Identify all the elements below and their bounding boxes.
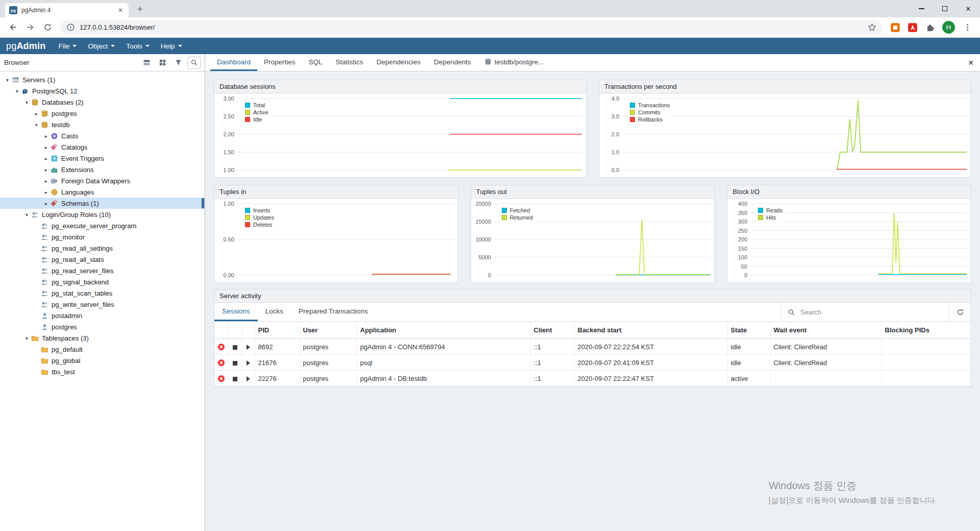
search-input[interactable] bbox=[799, 308, 943, 317]
filter-button[interactable] bbox=[172, 57, 185, 69]
tree-item-servers-1[interactable]: ▾Servers (1) bbox=[0, 74, 205, 85]
chevron-right-icon[interactable]: ▸ bbox=[42, 133, 51, 139]
session-row[interactable]: 22276postgrespgAdmin 4 - DB:testdb::1202… bbox=[214, 371, 971, 387]
tab-properties[interactable]: Properties bbox=[257, 54, 302, 71]
chevron-down-icon[interactable]: ▾ bbox=[3, 77, 12, 83]
expand-row-icon[interactable] bbox=[247, 345, 250, 350]
new-tab-button[interactable]: + bbox=[133, 2, 147, 16]
terminate-session-icon[interactable] bbox=[233, 345, 237, 350]
tree-item-postgresql-12[interactable]: ▾PostgreSQL 12 bbox=[0, 85, 205, 96]
menu-object[interactable]: Object bbox=[82, 38, 120, 54]
tree-item-foreign-data-wrappers[interactable]: ▸Foreign Data Wrappers bbox=[0, 175, 205, 186]
tree-item-pg-global[interactable]: pg_global bbox=[0, 355, 205, 366]
activity-tab-prepared-transactions[interactable]: Prepared Transactions bbox=[291, 303, 376, 321]
refresh-icon bbox=[957, 308, 964, 316]
legend-item: Idle bbox=[245, 116, 268, 123]
window-close-button[interactable]: ✕ bbox=[957, 0, 980, 17]
tree-item-testdb[interactable]: ▾testdb bbox=[0, 119, 205, 130]
tree-stack-button[interactable] bbox=[140, 57, 153, 69]
tree-item-pg-read-server-files[interactable]: pg_read_server_files bbox=[0, 265, 205, 276]
chevron-right-icon[interactable]: ▸ bbox=[42, 144, 51, 150]
tree-item-pg-signal-backend[interactable]: pg_signal_backend bbox=[0, 276, 205, 287]
chevron-down-icon[interactable]: ▾ bbox=[22, 100, 31, 105]
tree-item-pg-monitor[interactable]: pg_monitor bbox=[0, 231, 205, 243]
browser-menu-button[interactable] bbox=[960, 20, 974, 35]
svg-text:1.0: 1.0 bbox=[611, 149, 619, 155]
cancel-session-icon[interactable] bbox=[217, 375, 225, 382]
tree-item-postadmin[interactable]: postadmin bbox=[0, 310, 205, 321]
chevron-right-icon[interactable]: ▸ bbox=[42, 156, 51, 161]
activity-tab-locks[interactable]: Locks bbox=[258, 303, 291, 321]
window-minimize-button[interactable] bbox=[910, 0, 933, 17]
tree-item-event-triggers[interactable]: ▸Event Triggers bbox=[0, 153, 205, 164]
chevron-down-icon[interactable]: ▾ bbox=[13, 88, 21, 94]
tree-item-pg-write-server-files[interactable]: pg_write_server_files bbox=[0, 299, 205, 310]
site-info-icon[interactable] bbox=[66, 23, 75, 32]
browser-tab[interactable]: pg pgAdmin 4 ✕ bbox=[5, 3, 129, 17]
tree-item-pg-default[interactable]: pg_default bbox=[0, 344, 205, 355]
main-tabs: DashboardPropertiesSQLStatisticsDependen… bbox=[210, 54, 551, 71]
panel-close-icon[interactable]: ✕ bbox=[968, 54, 974, 71]
tab-dependencies[interactable]: Dependencies bbox=[370, 54, 427, 71]
extensions-puzzle-icon[interactable] bbox=[925, 22, 935, 33]
tree-item-postgres[interactable]: postgres bbox=[0, 321, 205, 332]
reload-button[interactable] bbox=[40, 20, 55, 35]
legend-swatch bbox=[245, 222, 250, 227]
menu-help[interactable]: Help bbox=[155, 38, 188, 54]
expand-row-icon[interactable] bbox=[247, 376, 250, 381]
address-bar[interactable]: 127.0.0.1:53824/browser/ bbox=[60, 20, 883, 35]
chevron-right-icon[interactable]: ▸ bbox=[42, 189, 51, 195]
expand-row-icon[interactable] bbox=[247, 360, 250, 366]
menu-tools[interactable]: Tools bbox=[120, 38, 155, 54]
terminate-session-icon[interactable] bbox=[233, 361, 237, 366]
tree-item-login-group-roles-10[interactable]: ▾Login/Group Roles (10) bbox=[0, 209, 205, 220]
tree-item-pg-read-all-settings[interactable]: pg_read_all_settings bbox=[0, 243, 205, 254]
tree-item-postgres[interactable]: ▸postgres bbox=[0, 108, 205, 119]
window-maximize-button[interactable] bbox=[933, 0, 957, 17]
chevron-right-icon[interactable]: ▸ bbox=[42, 167, 51, 173]
filter-icon bbox=[175, 59, 182, 66]
tree-item-catalogs[interactable]: ▸Catalogs bbox=[0, 141, 205, 153]
terminate-session-icon[interactable] bbox=[233, 377, 237, 381]
tree-search-button[interactable] bbox=[187, 57, 201, 69]
menu-file[interactable]: File bbox=[53, 38, 82, 54]
activity-tab-sessions[interactable]: Sessions bbox=[214, 303, 258, 321]
tab-testdb-postgre[interactable]: testdb/postgre... bbox=[478, 54, 551, 71]
tree-item-extensions[interactable]: ▸Extensions bbox=[0, 164, 205, 175]
svg-text:2.50: 2.50 bbox=[224, 113, 234, 119]
back-button[interactable] bbox=[6, 20, 20, 35]
tree-item-tbs-test[interactable]: tbs_test bbox=[0, 366, 205, 377]
refresh-button[interactable] bbox=[949, 303, 971, 321]
tab-close-icon[interactable]: ✕ bbox=[116, 6, 125, 14]
tree-item-tablespaces-3[interactable]: ▾Tablespaces (3) bbox=[0, 332, 205, 344]
tab-dashboard[interactable]: Dashboard bbox=[210, 54, 257, 71]
tree-item-schemas-1[interactable]: ▸Schemas (1) bbox=[0, 198, 205, 209]
forward-button[interactable] bbox=[23, 20, 37, 35]
chevron-down-icon[interactable]: ▾ bbox=[22, 212, 31, 218]
chevron-right-icon[interactable]: ▸ bbox=[32, 111, 41, 116]
tab-sql[interactable]: SQL bbox=[302, 54, 329, 71]
tree-item-pg-execute-server-program[interactable]: pg_execute_server_program bbox=[0, 220, 205, 231]
chevron-right-icon[interactable]: ▸ bbox=[42, 201, 51, 206]
extension-icon-acrobat[interactable] bbox=[908, 22, 918, 33]
chevron-down-icon[interactable]: ▾ bbox=[22, 335, 31, 341]
tab-dependents[interactable]: Dependents bbox=[427, 54, 478, 71]
tree-item-casts[interactable]: ▸Casts bbox=[0, 130, 205, 141]
tree-item-pg-read-all-stats[interactable]: pg_read_all_stats bbox=[0, 254, 205, 265]
profile-avatar[interactable]: H bbox=[942, 21, 955, 34]
session-row[interactable]: 21676postgrespsql::12020-09-07 20:41:09 … bbox=[214, 355, 971, 371]
tree-item-databases-2[interactable]: ▾Databases (2) bbox=[0, 96, 205, 108]
grid-view-button[interactable] bbox=[156, 57, 169, 69]
window-controls: ✕ bbox=[910, 0, 980, 17]
tab-statistics[interactable]: Statistics bbox=[329, 54, 370, 71]
tree-item-pg-stat-scan-tables[interactable]: pg_stat_scan_tables bbox=[0, 287, 205, 299]
bookmark-star-icon[interactable] bbox=[868, 23, 876, 32]
session-row[interactable]: 8692postgrespgAdmin 4 - CONN:6569794::12… bbox=[214, 339, 971, 355]
cancel-session-icon[interactable] bbox=[217, 359, 225, 367]
legend-label: Transactions bbox=[638, 102, 670, 108]
chevron-right-icon[interactable]: ▸ bbox=[42, 178, 51, 184]
extension-icon-orange[interactable] bbox=[890, 22, 900, 33]
chevron-down-icon[interactable]: ▾ bbox=[32, 122, 41, 128]
tree-item-languages[interactable]: ▸Languages bbox=[0, 186, 205, 198]
cancel-session-icon[interactable] bbox=[217, 343, 225, 351]
